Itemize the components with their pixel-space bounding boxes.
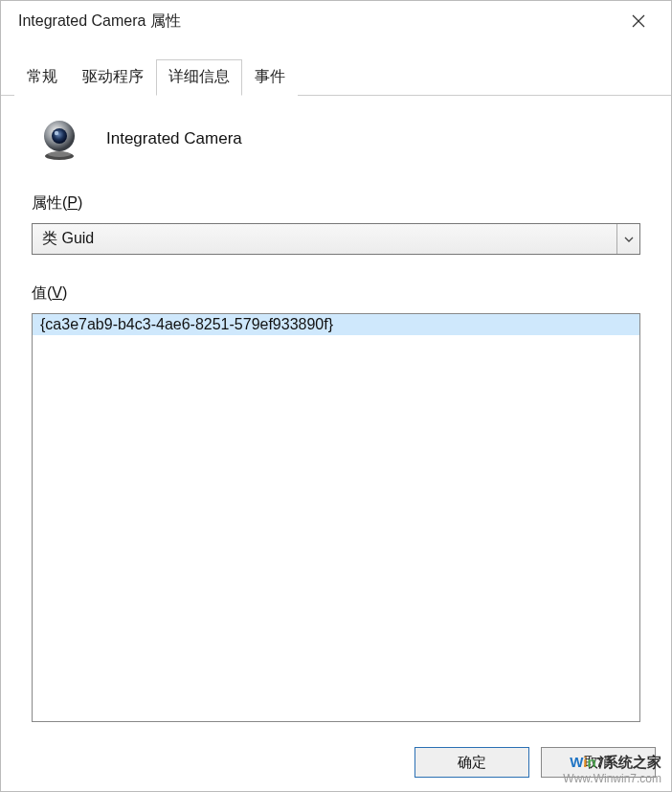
titlebar: Integrated Camera 属性	[1, 1, 671, 41]
window-title: Integrated Camera 属性	[18, 11, 181, 32]
svg-point-5	[52, 128, 67, 144]
properties-dialog: Integrated Camera 属性 常规 驱动程序 详细信息 事件	[0, 0, 672, 792]
value-item[interactable]: {ca3e7ab9-b4c3-4ae6-8251-579ef933890f}	[33, 314, 639, 335]
value-listbox[interactable]: {ca3e7ab9-b4c3-4ae6-8251-579ef933890f}	[32, 313, 640, 722]
close-button[interactable]	[619, 6, 658, 36]
tab-general[interactable]: 常规	[14, 59, 70, 96]
device-name: Integrated Camera	[106, 129, 242, 148]
svg-point-6	[55, 131, 58, 135]
ok-button[interactable]: 确定	[414, 747, 529, 778]
cancel-button[interactable]: 取消	[541, 747, 656, 778]
tab-events[interactable]: 事件	[242, 59, 298, 96]
tab-details[interactable]: 详细信息	[156, 59, 242, 96]
tab-driver[interactable]: 驱动程序	[70, 59, 156, 96]
dialog-buttons: 确定 取消 Win7系统之家 Www.Winwin7.com	[1, 734, 671, 791]
device-header: Integrated Camera	[37, 117, 640, 161]
chevron-down-icon	[616, 224, 639, 254]
value-label: 值(V)	[32, 283, 640, 304]
camera-icon	[37, 117, 81, 161]
property-label: 属性(P)	[32, 193, 640, 214]
tab-content: Integrated Camera 属性(P) 类 Guid 值(V) {ca3…	[1, 96, 671, 734]
close-icon	[632, 14, 645, 28]
tab-strip: 常规 驱动程序 详细信息 事件	[1, 58, 671, 96]
svg-point-3	[48, 151, 71, 157]
dropdown-selected: 类 Guid	[42, 229, 94, 249]
property-dropdown[interactable]: 类 Guid	[32, 223, 640, 255]
